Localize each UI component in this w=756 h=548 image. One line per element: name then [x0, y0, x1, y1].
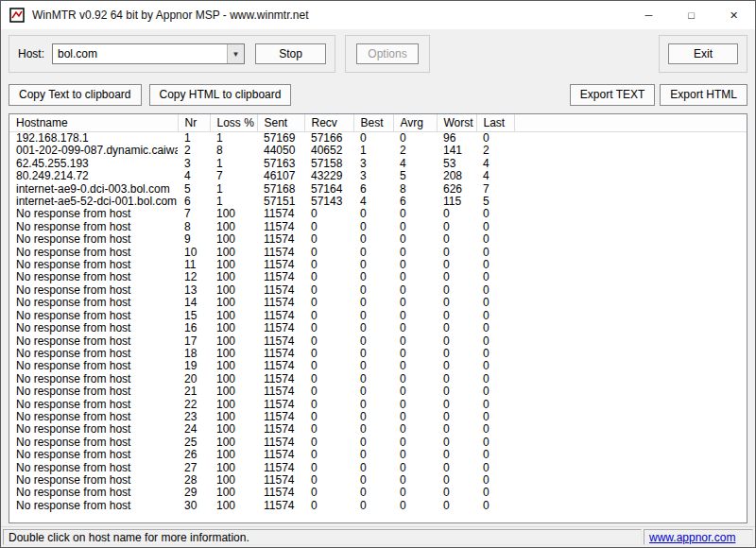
table-row[interactable]: No response from host131001157400000 — [9, 284, 747, 297]
table-row[interactable]: No response from host201001157400000 — [9, 373, 747, 385]
copy-text-button[interactable]: Copy Text to clipboard — [9, 84, 142, 106]
cell-loss-: 100 — [210, 373, 257, 385]
table-row[interactable]: No response from host221001157400000 — [9, 399, 747, 411]
cell-recv: 0 — [304, 284, 353, 297]
table-row[interactable]: No response from host151001157400000 — [9, 310, 747, 322]
column-header-nr[interactable]: Nr — [178, 114, 210, 132]
cell-worst: 115 — [437, 196, 476, 208]
maximize-icon[interactable]: □ — [670, 1, 713, 29]
stop-button[interactable]: Stop — [255, 43, 326, 64]
cell-nr: 13 — [178, 284, 210, 297]
cell-last: 0 — [476, 271, 514, 283]
table-row[interactable]: No response from host101001157400000 — [9, 247, 747, 259]
table-row[interactable]: No response from host291001157400000 — [9, 487, 747, 499]
cell-sent: 11574 — [257, 322, 304, 334]
cell-filler — [514, 247, 747, 259]
cell-hostname: No response from host — [9, 500, 178, 512]
window-controls: ─ □ ✕ — [627, 1, 755, 29]
export-html-button[interactable]: Export HTML — [660, 84, 747, 106]
cell-worst: 0 — [437, 322, 476, 334]
results-table: HostnameNrLoss %SentRecvBestAvrgWorstLas… — [9, 113, 747, 523]
column-header-hostname[interactable]: Hostname — [9, 114, 178, 132]
table-row[interactable]: No response from host231001157400000 — [9, 411, 747, 423]
cell-hostname: internet-ae5-52-dci-001.bol.com — [9, 196, 178, 208]
cell-avrg: 0 — [393, 462, 437, 474]
table-row[interactable]: 80.249.214.72474610743229352084 — [9, 170, 747, 182]
cell-avrg: 0 — [393, 335, 437, 348]
table-row[interactable]: 001-202-099-087.dynamic.caiway.nl2844050… — [9, 145, 747, 157]
cell-avrg: 0 — [393, 500, 437, 512]
cell-filler — [514, 132, 747, 146]
cell-nr: 18 — [178, 348, 210, 360]
column-header-last[interactable]: Last — [476, 114, 514, 132]
table-row[interactable]: No response from host121001157400000 — [9, 271, 747, 283]
table-row[interactable]: No response from host281001157400000 — [9, 474, 747, 487]
cell-last: 0 — [476, 487, 514, 499]
statusbar-link-panel: www.appnor.com — [644, 529, 753, 545]
cell-avrg: 0 — [393, 449, 437, 461]
cell-sent: 11574 — [257, 348, 304, 360]
table-row[interactable]: No response from host241001157400000 — [9, 423, 747, 436]
cell-sent: 57163 — [257, 158, 304, 170]
table-row[interactable]: No response from host171001157400000 — [9, 335, 747, 348]
cell-best: 0 — [353, 297, 393, 309]
column-header-avrg[interactable]: Avrg — [393, 114, 437, 132]
table-row[interactable]: No response from host81001157400000 — [9, 221, 747, 233]
cell-last: 4 — [476, 158, 514, 170]
cell-worst: 0 — [437, 399, 476, 411]
cell-recv: 0 — [304, 297, 353, 309]
cell-best: 0 — [353, 449, 393, 461]
table-row[interactable]: No response from host251001157400000 — [9, 437, 747, 449]
cell-worst: 0 — [437, 233, 476, 246]
table-row[interactable]: No response from host211001157400000 — [9, 385, 747, 398]
cell-best: 0 — [353, 360, 393, 372]
table-row[interactable]: No response from host191001157400000 — [9, 360, 747, 372]
table-row[interactable]: No response from host161001157400000 — [9, 322, 747, 334]
cell-filler — [514, 462, 747, 474]
table-row[interactable]: No response from host111001157400000 — [9, 259, 747, 271]
cell-filler — [514, 423, 747, 436]
chevron-down-icon[interactable]: ▼ — [227, 44, 244, 63]
close-icon[interactable]: ✕ — [713, 1, 755, 29]
column-header-recv[interactable]: Recv — [304, 114, 353, 132]
cell-nr: 16 — [178, 322, 210, 334]
appnor-link[interactable]: www.appnor.com — [649, 531, 735, 544]
table-row[interactable]: No response from host271001157400000 — [9, 462, 747, 474]
cell-last: 4 — [476, 170, 514, 182]
table-row[interactable]: internet-ae5-52-dci-001.bol.com615715157… — [9, 196, 747, 208]
column-header-sent[interactable]: Sent — [257, 114, 304, 132]
table-row[interactable]: No response from host141001157400000 — [9, 297, 747, 309]
cell-best: 0 — [353, 259, 393, 271]
cell-sent: 11574 — [257, 449, 304, 461]
cell-recv: 0 — [304, 208, 353, 220]
titlebar: WinMTR v0.92 64 bit by Appnor MSP - www.… — [1, 1, 755, 29]
copy-row: Copy Text to clipboard Copy HTML to clip… — [9, 83, 747, 106]
table-row[interactable]: No response from host261001157400000 — [9, 449, 747, 461]
table-row[interactable]: No response from host181001157400000 — [9, 348, 747, 360]
table-row[interactable]: No response from host71001157400000 — [9, 208, 747, 220]
column-header-worst[interactable]: Worst — [437, 114, 476, 132]
cell-last: 0 — [476, 208, 514, 220]
host-combobox[interactable]: bol.com ▼ — [52, 43, 245, 64]
copy-html-button[interactable]: Copy HTML to clipboard — [149, 84, 292, 106]
cell-hostname: No response from host — [9, 437, 178, 449]
statusbar-message: Double click on host name for more infor… — [9, 531, 249, 544]
cell-worst: 0 — [437, 284, 476, 297]
export-text-button[interactable]: Export TEXT — [570, 84, 655, 106]
cell-best: 0 — [353, 385, 393, 398]
table-row[interactable]: No response from host301001157400000 — [9, 500, 747, 512]
column-header-loss-[interactable]: Loss % — [210, 114, 257, 132]
exit-button[interactable]: Exit — [668, 43, 738, 64]
table-row[interactable]: 192.168.178.111571695716600960 — [9, 132, 747, 146]
controls-row: Host: bol.com ▼ Stop Options Exit — [9, 35, 747, 73]
options-button[interactable]: Options — [356, 43, 419, 64]
table-row[interactable]: No response from host91001157400000 — [9, 233, 747, 246]
minimize-icon[interactable]: ─ — [627, 1, 670, 29]
table-row[interactable]: internet-ae9-0.dci-003.bol.com5157168571… — [9, 183, 747, 196]
cell-worst: 0 — [437, 247, 476, 259]
cell-recv: 0 — [304, 221, 353, 233]
column-header-best[interactable]: Best — [353, 114, 393, 132]
cell-sent: 11574 — [257, 310, 304, 322]
cell-avrg: 2 — [393, 145, 437, 157]
table-row[interactable]: 62.45.255.19331571635715834534 — [9, 158, 747, 170]
